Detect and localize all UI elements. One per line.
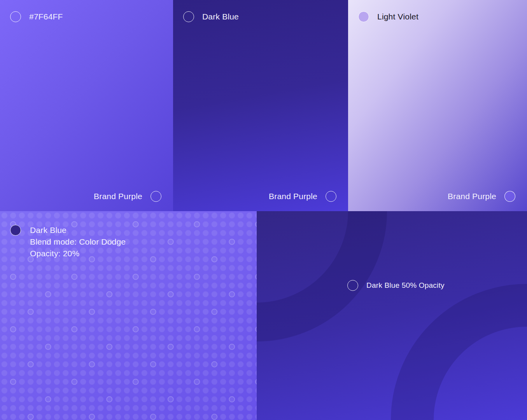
color-name-label: Light Violet — [377, 12, 418, 21]
color-name-label: Dark Blue — [202, 12, 239, 21]
panel-arc-overlay: Dark Blue 50% Opacity — [257, 211, 527, 420]
opacity-label: Opacity: 20% — [30, 248, 126, 259]
color-name-label: Dark Blue 50% Opacity — [366, 281, 445, 290]
color-chip-dark-blue: Dark Blue — [183, 11, 239, 22]
panel-dark-blue-gradient: Dark Blue Brand Purple — [173, 0, 348, 211]
panel-brand-purple-hex: #7F64FF Brand Purple — [0, 0, 173, 211]
panel-light-violet-gradient: Light Violet Brand Purple — [348, 0, 527, 211]
blend-mode-label-block: Dark Blue Blend mode: Color Dodge Opacit… — [30, 224, 126, 259]
arc-shapes-overlay — [257, 211, 527, 420]
color-chip-hex: #7F64FF — [10, 11, 63, 22]
color-swatch-filled-circle-icon — [10, 225, 21, 236]
color-swatch-outline-circle-icon — [326, 191, 336, 202]
color-chip-brand-purple: Brand Purple — [269, 191, 336, 202]
color-name-label: Brand Purple — [269, 192, 317, 201]
color-swatch-filled-circle-icon — [358, 11, 369, 22]
color-name-label: Brand Purple — [94, 192, 142, 201]
color-name-label: Brand Purple — [448, 192, 496, 201]
color-swatch-outline-circle-icon — [151, 191, 161, 202]
gradient-swatch-sheet: #7F64FF Brand Purple Dark Blue Brand Pur… — [0, 0, 527, 420]
color-swatch-outline-circle-icon — [347, 280, 358, 291]
blend-mode-label: Blend mode: Color Dodge — [30, 236, 126, 248]
color-swatch-outline-circle-icon — [10, 11, 21, 22]
color-swatch-outline-circle-icon — [504, 191, 515, 202]
color-name-label: Dark Blue — [30, 224, 126, 236]
color-chip-brand-purple: Brand Purple — [448, 191, 515, 202]
color-swatch-outline-circle-icon — [183, 11, 194, 22]
color-chip-dark-blue-dodge: Dark Blue Blend mode: Color Dodge Opacit… — [10, 225, 126, 259]
color-chip-dark-blue-50: Dark Blue 50% Opacity — [347, 280, 445, 291]
color-hex-label: #7F64FF — [29, 12, 63, 21]
color-chip-brand-purple: Brand Purple — [94, 191, 161, 202]
color-chip-light-violet: Light Violet — [358, 11, 418, 22]
top-row: #7F64FF Brand Purple Dark Blue Brand Pur… — [0, 0, 527, 211]
